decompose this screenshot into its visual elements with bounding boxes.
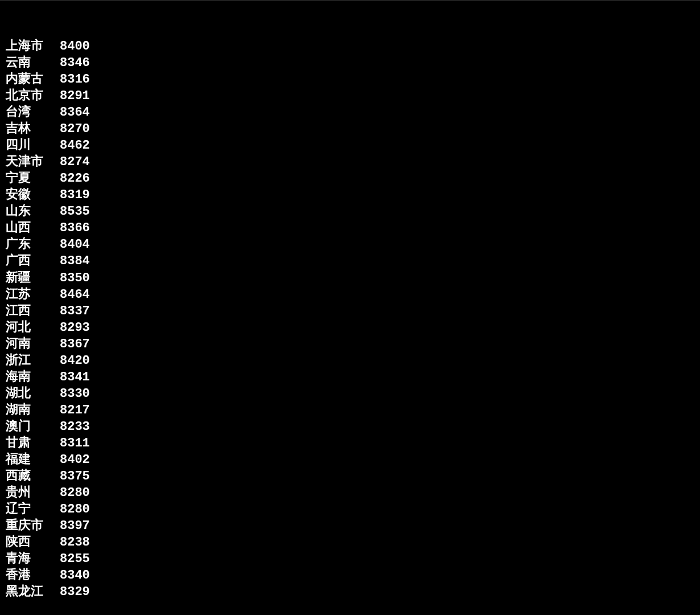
row-name: 香港 [6, 567, 60, 584]
row-name: 辽宁 [6, 501, 60, 518]
table-row: 澳门8233 [6, 419, 694, 435]
table-row: 台湾8364 [6, 104, 694, 121]
row-name: 甘肃 [6, 435, 60, 452]
row-name: 云南 [6, 55, 60, 71]
row-name: 天津市 [6, 154, 60, 170]
row-name: 黑龙江 [6, 584, 60, 600]
table-row: 辽宁8280 [6, 501, 694, 518]
table-row: 上海市8400 [6, 38, 694, 55]
table-row: 云南8346 [6, 55, 694, 71]
row-value: 8274 [60, 154, 90, 170]
row-value: 8316 [60, 71, 90, 88]
row-name: 陕西 [6, 534, 60, 551]
row-value: 8364 [60, 104, 90, 121]
row-value: 8400 [60, 38, 90, 55]
row-name: 湖南 [6, 402, 60, 419]
row-value: 8226 [60, 170, 90, 187]
row-value: 8330 [60, 386, 90, 402]
row-value: 8217 [60, 402, 90, 419]
row-name: 澳门 [6, 419, 60, 435]
row-name: 贵州 [6, 485, 60, 501]
row-value: 8350 [60, 270, 90, 286]
table-row: 湖北8330 [6, 386, 694, 402]
row-name: 北京市 [6, 88, 60, 104]
row-value: 8319 [60, 187, 90, 203]
row-name: 吉林 [6, 121, 60, 137]
row-name: 山西 [6, 220, 60, 236]
table-row: 江西8337 [6, 303, 694, 319]
row-value: 8367 [60, 336, 90, 352]
row-value: 8464 [60, 286, 90, 303]
table-row: 青海8255 [6, 551, 694, 567]
table-row: 黑龙江8329 [6, 584, 694, 600]
row-value: 8255 [60, 551, 90, 567]
row-value: 8366 [60, 220, 90, 236]
table-row: 广东8404 [6, 236, 694, 253]
table-row: 陕西8238 [6, 534, 694, 551]
table-row: 河北8293 [6, 319, 694, 336]
row-name: 山东 [6, 203, 60, 220]
row-value: 8340 [60, 567, 90, 584]
table-row: 山东8535 [6, 203, 694, 220]
row-name: 安徽 [6, 187, 60, 203]
row-value: 8291 [60, 88, 90, 104]
row-name: 河南 [6, 336, 60, 352]
table-row: 宁夏8226 [6, 170, 694, 187]
table-row: 山西8366 [6, 220, 694, 236]
row-value: 8404 [60, 236, 90, 253]
row-name: 西藏 [6, 468, 60, 485]
row-name: 四川 [6, 137, 60, 154]
table-row: 江苏8464 [6, 286, 694, 303]
row-value: 8280 [60, 501, 90, 518]
row-value: 8397 [60, 518, 90, 534]
table-row: 河南8367 [6, 336, 694, 352]
table-row: 广西8384 [6, 253, 694, 269]
row-value: 8238 [60, 534, 90, 551]
table-row: 贵州8280 [6, 485, 694, 501]
table-row: 香港8340 [6, 567, 694, 584]
row-value: 8402 [60, 452, 90, 468]
row-value: 8535 [60, 203, 90, 220]
table-row: 西藏8375 [6, 468, 694, 485]
row-value: 8384 [60, 253, 90, 269]
row-name: 江苏 [6, 286, 60, 303]
row-value: 8375 [60, 468, 90, 485]
row-value: 8311 [60, 435, 90, 452]
table-row: 内蒙古8316 [6, 71, 694, 88]
row-name: 湖北 [6, 386, 60, 402]
row-name: 浙江 [6, 352, 60, 369]
table-row: 安徽8319 [6, 187, 694, 203]
table-row: 福建8402 [6, 452, 694, 468]
table-row: 浙江8420 [6, 352, 694, 369]
row-name: 福建 [6, 452, 60, 468]
table-row: 重庆市8397 [6, 518, 694, 534]
row-value: 8233 [60, 419, 90, 435]
table-row: 新疆8350 [6, 270, 694, 286]
terminal-output[interactable]: 上海市8400云南8346内蒙古8316北京市8291台湾8364吉林8270四… [6, 5, 694, 615]
row-value: 8280 [60, 485, 90, 501]
row-name: 海南 [6, 369, 60, 386]
row-value: 8346 [60, 55, 90, 71]
row-value: 8329 [60, 584, 90, 600]
row-name: 江西 [6, 303, 60, 319]
row-name: 广东 [6, 236, 60, 253]
row-value: 8462 [60, 137, 90, 154]
row-value: 8420 [60, 352, 90, 369]
table-row: 天津市8274 [6, 154, 694, 170]
row-name: 台湾 [6, 104, 60, 121]
table-row: 北京市8291 [6, 88, 694, 104]
row-name: 上海市 [6, 38, 60, 55]
row-name: 宁夏 [6, 170, 60, 187]
table-row: 四川8462 [6, 137, 694, 154]
row-name: 青海 [6, 551, 60, 567]
row-value: 8270 [60, 121, 90, 137]
result-rows: 上海市8400云南8346内蒙古8316北京市8291台湾8364吉林8270四… [6, 38, 694, 600]
row-name: 新疆 [6, 270, 60, 286]
table-row: 海南8341 [6, 369, 694, 386]
table-row: 湖南8217 [6, 402, 694, 419]
row-value: 8293 [60, 319, 90, 336]
row-name: 河北 [6, 319, 60, 336]
row-name: 广西 [6, 253, 60, 269]
table-row: 甘肃8311 [6, 435, 694, 452]
row-value: 8341 [60, 369, 90, 386]
